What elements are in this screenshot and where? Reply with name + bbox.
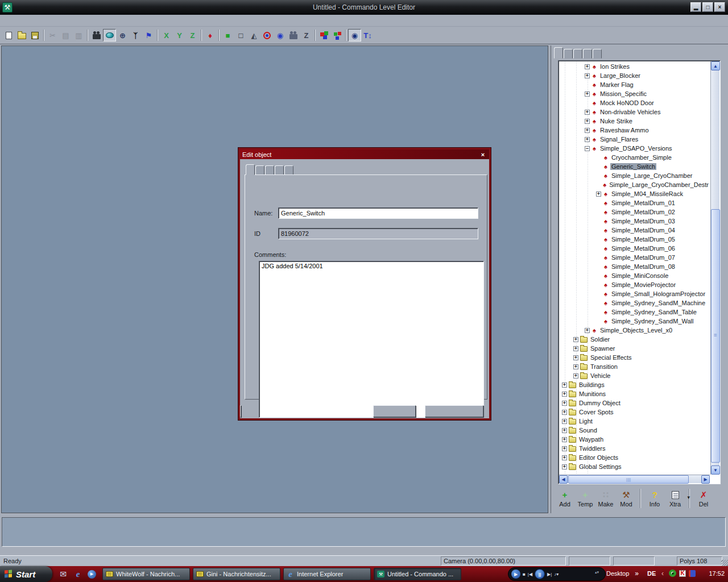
scroll-down-icon[interactable]: ▼ <box>711 465 720 475</box>
view-camera-button[interactable] <box>287 29 300 41</box>
ok-propagate-button[interactable] <box>240 405 241 417</box>
expand-toggle[interactable]: − <box>585 146 590 151</box>
colored-squares-button[interactable] <box>330 29 344 41</box>
scroll-up-icon[interactable]: ▲ <box>711 61 720 70</box>
expand-toggle[interactable]: + <box>562 419 567 424</box>
expand-toggle[interactable]: + <box>562 455 567 460</box>
text-size-button[interactable]: T↕ <box>361 29 374 41</box>
wireframe-view-button[interactable]: □ <box>234 29 247 41</box>
tree-item[interactable]: ♠ Simple_MetalDrum_06 <box>560 244 710 253</box>
tree-item[interactable]: + Sound <box>560 426 710 435</box>
flag-mode-button[interactable]: ⚑ <box>142 29 155 41</box>
dialog-close-button[interactable]: × <box>479 151 487 158</box>
previous-button[interactable]: |◀ <box>528 572 532 577</box>
tree-item[interactable]: + Twiddlers <box>560 444 710 453</box>
tree-item[interactable]: + Editor Objects <box>560 453 710 462</box>
scrollbar-thumb[interactable]: |||| <box>568 475 689 484</box>
chevron-right-icon[interactable]: » <box>635 569 639 577</box>
kaspersky-icon[interactable] <box>679 570 686 577</box>
mod-button[interactable]: ⚒ Mod <box>616 490 636 508</box>
tree-item[interactable]: ♠ Marker Flag <box>560 80 710 89</box>
tree-item[interactable]: + Buildings <box>560 380 710 389</box>
tree-item[interactable]: + Light <box>560 417 710 426</box>
dialog-tab-scripts[interactable] <box>284 165 293 175</box>
scrollbar-thumb[interactable] <box>711 209 720 463</box>
taskbar-task-gini-nachrichtensitz[interactable]: Gini - Nachrichtensitz... <box>193 568 280 580</box>
menu-camera[interactable] <box>76 19 85 22</box>
tab-instances[interactable] <box>564 49 573 59</box>
tree-item[interactable]: + Munitions <box>560 389 710 398</box>
outlook-express-icon[interactable] <box>58 569 68 579</box>
tree-item[interactable]: ♠ Simple_MovieProjector <box>560 280 710 289</box>
tree-item[interactable]: ♠ Simple_Sydney_SandM_Machine <box>560 298 710 307</box>
expand-toggle[interactable]: + <box>585 110 590 115</box>
tree-item[interactable]: ♠ Simple_MetalDrum_08 <box>560 262 710 271</box>
walk-mode-button[interactable]: ᛉ <box>129 29 142 41</box>
del-button[interactable]: ✗ Del <box>693 490 714 508</box>
hide-object-button[interactable] <box>260 29 274 41</box>
snap-z-button[interactable]: Z <box>300 29 313 41</box>
menu-object[interactable] <box>30 19 39 22</box>
tree-item[interactable]: ♠ Simple_MetalDrum_04 <box>560 226 710 235</box>
tree-item[interactable]: ♠ Cryochamber_Simple <box>560 153 710 162</box>
menu-vis[interactable] <box>39 19 48 22</box>
tree-item[interactable]: + Spawner <box>560 344 710 353</box>
tree-item[interactable]: + ♠ Mission_Specific <box>560 89 710 98</box>
pause-button[interactable]: || <box>535 569 545 579</box>
menu-lighting[interactable] <box>57 19 67 22</box>
close-button[interactable]: × <box>714 2 725 12</box>
desktop-toolbar[interactable]: Desktop » <box>606 569 639 577</box>
menu-view[interactable] <box>21 19 30 22</box>
tab-overlap[interactable] <box>583 49 592 59</box>
volume-button[interactable]: ♪▾ <box>554 572 559 577</box>
expand-toggle[interactable]: + <box>585 64 590 69</box>
tree-item[interactable]: ♠ Simple_MetalDrum_02 <box>560 207 710 217</box>
tab-presets[interactable] <box>554 47 563 59</box>
tree-item[interactable]: + ♠ Raveshaw Ammo <box>560 126 710 135</box>
tree-item[interactable]: + Vehicle <box>560 371 710 380</box>
tree-item[interactable]: ♠ Simple_MetalDrum_01 <box>560 198 710 207</box>
tree-item[interactable]: ♠ Simple_Sydney_SandM_Wall <box>560 317 710 326</box>
expand-toggle[interactable]: + <box>562 410 567 415</box>
horizontal-scrollbar[interactable]: ◀ |||| ▶ <box>559 475 710 483</box>
tree-item[interactable]: + ♠ Ion Strikes <box>560 62 710 71</box>
tree-item[interactable]: ♠ Generic_Switch <box>560 162 710 171</box>
axis-z-button[interactable]: Z <box>186 29 199 41</box>
expand-toggle[interactable]: + <box>562 446 567 451</box>
menu-report[interactable] <box>103 19 112 22</box>
paste-button[interactable]: ▥ <box>72 29 85 41</box>
tree-item[interactable]: ♠ Simple_Large_CryoChamber_Destr <box>560 180 710 189</box>
info-button[interactable]: ? Info <box>644 490 665 508</box>
menu-pathfinding[interactable] <box>48 19 57 22</box>
unhide-object-button[interactable]: ◉ <box>274 29 287 41</box>
temp-button[interactable]: + Temp <box>575 490 595 508</box>
expand-toggle[interactable]: + <box>585 92 590 97</box>
menu-strings[interactable] <box>85 19 94 22</box>
tree-item[interactable]: + ♠ Signal_Flares <box>560 135 710 144</box>
tree-item[interactable]: + ♠ Simple_M04_MissileRack <box>560 189 710 198</box>
solid-view-button[interactable]: ■ <box>221 29 234 41</box>
tree-item[interactable]: − ♠ Simple_DSAPO_Versions <box>560 144 710 153</box>
drop-object-button[interactable]: ♦ <box>204 29 217 41</box>
dropdown-arrow-icon[interactable]: ▾ <box>687 494 690 500</box>
tree-item[interactable]: ♠ Simple_MiniConsole <box>560 271 710 280</box>
tree-item[interactable]: + ♠ Non-drivable Vehicles <box>560 107 710 117</box>
comments-textarea[interactable]: JDG added 5/14/2001 <box>259 261 484 418</box>
menu-sounds[interactable] <box>67 19 76 22</box>
expand-toggle[interactable]: + <box>585 128 590 133</box>
axis-y-button[interactable]: Y <box>173 29 186 41</box>
dialog-tab-physics-model[interactable] <box>255 165 264 175</box>
media-player-resize[interactable]: ▴▾ <box>595 570 599 574</box>
antivirus-eye-icon[interactable] <box>669 569 676 577</box>
start-button[interactable]: Start <box>0 566 52 582</box>
tree-item[interactable]: + Transition <box>560 362 710 371</box>
dialog-tab-dependencies[interactable] <box>275 165 284 175</box>
tree-item[interactable]: + Waypath <box>560 435 710 444</box>
expand-toggle[interactable]: + <box>585 119 590 124</box>
tree-item[interactable]: ♠ Simple_Sydney_SandM_Table <box>560 307 710 317</box>
expand-toggle[interactable]: + <box>562 428 567 433</box>
expand-toggle[interactable]: + <box>562 392 567 397</box>
expand-toggle[interactable]: + <box>562 437 567 442</box>
save-button[interactable] <box>28 29 42 41</box>
menu-file[interactable] <box>3 19 12 22</box>
